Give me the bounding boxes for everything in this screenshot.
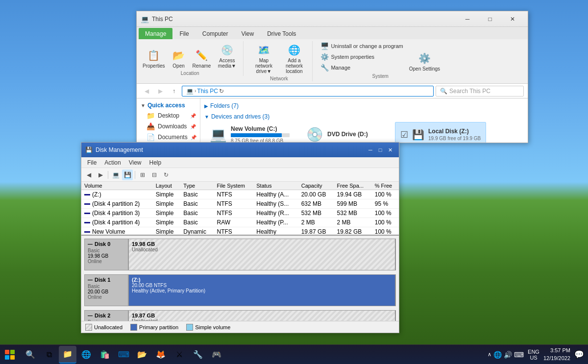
vol-fs: NTFS <box>214 190 254 199</box>
partition-unallocated[interactable]: 19.98 GB Unallocated <box>129 239 395 270</box>
vol-name: (Z:) <box>81 190 153 199</box>
col-capacity[interactable]: Capacity <box>298 182 334 190</box>
col-pct[interactable]: % Free <box>372 182 399 190</box>
ribbon-access-media-button[interactable]: 💿 Access media▼ <box>215 41 239 70</box>
devices-header[interactable]: ▼ Devices and drives (3) <box>204 113 524 120</box>
partition-primary[interactable]: (Z:) 20.00 GB NTFS Healthy (Active, Prim… <box>129 275 395 306</box>
ribbon-properties-button[interactable]: 📋 Properties <box>141 47 167 70</box>
col-status[interactable]: Status <box>253 182 298 190</box>
disk-close-button[interactable]: ✕ <box>385 145 395 155</box>
toolbar-back[interactable]: ◀ <box>83 170 94 180</box>
ribbon-group-location: 📋 Properties 📂 Open ✏️ Rename 💿 <box>141 41 244 76</box>
search-box[interactable]: 🔍 Search This PC <box>436 86 524 97</box>
toolbar-disk-active[interactable]: 💾 <box>122 170 133 180</box>
legend-primary-box <box>130 324 137 331</box>
sidebar-item-documents[interactable]: 📄 Documents 📌 <box>137 132 200 143</box>
disk-maximize-button[interactable]: □ <box>375 145 385 155</box>
taskbar-lang[interactable]: ENG US <box>528 349 539 361</box>
forward-button[interactable]: ▶ <box>154 85 166 97</box>
taskbar-clock[interactable]: 3:57 PM 12/19/2022 <box>543 347 570 362</box>
refresh-button[interactable]: ↻ <box>219 88 224 95</box>
breadcrumb-computer-icon[interactable]: 💻 <box>186 88 194 95</box>
ribbon-system-props-button[interactable]: ⚙️ System properties <box>318 52 405 62</box>
taskbar-edge[interactable]: 🌐 <box>77 346 95 364</box>
system-props-icon: ⚙️ <box>320 53 329 61</box>
taskbar-explorer[interactable]: 📁 <box>59 346 76 364</box>
taskbar-app1[interactable]: ⚔ <box>171 346 188 364</box>
ribbon-open-button[interactable]: 📂 Open <box>169 47 189 70</box>
taskbar-app2[interactable]: 🔧 <box>189 346 207 364</box>
breadcrumb-this-pc[interactable]: This PC <box>197 88 218 95</box>
col-layout[interactable]: Layout <box>153 182 181 190</box>
ribbon-open-settings-button[interactable]: ⚙️ Open Settings <box>407 49 442 73</box>
desktop-pin: 📌 <box>190 113 196 119</box>
start-button[interactable] <box>0 345 20 364</box>
map-drive-label: Map network drive▼ <box>251 58 276 74</box>
explorer-minimize-button[interactable]: ─ <box>456 11 479 27</box>
table-row[interactable]: (Disk 4 partition 4) Simple Basic RAW He… <box>81 218 399 227</box>
tray-chevron[interactable]: ∧ <box>488 351 491 358</box>
taskbar-firefox[interactable]: 🦊 <box>152 346 170 364</box>
sidebar-item-downloads[interactable]: 📥 Downloads 📌 <box>137 121 200 132</box>
notification-icon[interactable]: 💬 <box>574 350 584 359</box>
table-row[interactable]: New Volume Simple Dynamic NTFS Healthy 1… <box>81 227 399 236</box>
explorer-window-icon: 💻 <box>141 15 149 23</box>
toolbar-forward[interactable]: ▶ <box>95 170 106 180</box>
up-button[interactable]: ↑ <box>168 85 180 97</box>
ribbon-manage-button[interactable]: 🔧 Manage <box>318 63 405 73</box>
toolbar-action1[interactable]: ⊞ <box>137 170 148 180</box>
taskbar-app3[interactable]: 🎮 <box>208 346 225 364</box>
taskbar-vscode[interactable]: ⌨ <box>115 346 132 364</box>
drive-d[interactable]: 💿 DVD Drive (D:) <box>301 122 389 143</box>
drive-z[interactable]: ☑ 💾 Local Disk (Z:) 19.9 GB free of 19.9… <box>395 122 486 143</box>
toolbar-action2[interactable]: ⊟ <box>149 170 160 180</box>
partition-unallocated[interactable]: 19.87 GB Unallocated <box>129 311 395 321</box>
disk-type: Basic <box>88 319 125 321</box>
sidebar-item-desktop[interactable]: 📁 Desktop 📌 <box>137 110 200 121</box>
toolbar-computer[interactable]: 💻 <box>110 170 121 180</box>
drive-d-name: DVD Drive (D:) <box>327 131 384 138</box>
ribbon-tab-view[interactable]: View <box>235 28 260 39</box>
menu-help[interactable]: Help <box>146 158 166 167</box>
taskbar-store[interactable]: 🛍️ <box>96 346 114 364</box>
drive-c[interactable]: 💻 New Volume (C:) 8.75 GB free of 68.8 G… <box>204 122 295 143</box>
menu-view[interactable]: View <box>125 158 146 167</box>
explorer-maximize-button[interactable]: □ <box>479 11 501 27</box>
ribbon-tab-manage[interactable]: Manage <box>139 28 172 39</box>
taskbar-taskview[interactable]: ⧉ <box>40 346 58 364</box>
properties-icon: 📋 <box>146 48 162 63</box>
ribbon-group-system: 🖥️ Uninstall or change a program ⚙️ Syst… <box>318 41 446 79</box>
menu-action[interactable]: Action <box>100 158 124 167</box>
col-free[interactable]: Free Spa... <box>334 182 372 190</box>
vol-layout: Simple <box>153 209 181 218</box>
table-row[interactable]: (Z:) Simple Basic NTFS Healthy (A... 20.… <box>81 190 399 199</box>
ribbon-tab-computer[interactable]: Computer <box>196 28 235 39</box>
toolbar-action3[interactable]: ↻ <box>161 170 172 180</box>
tray-volume-icon[interactable]: 🔊 <box>504 351 512 359</box>
address-input[interactable]: 💻 › This PC ↻ <box>182 86 434 97</box>
ribbon-add-network-button[interactable]: 🌐 Add a network location <box>280 41 308 75</box>
ribbon: Manage File Computer View Drive Tools 📋 … <box>137 27 528 84</box>
col-type[interactable]: Type <box>180 182 214 190</box>
col-fs[interactable]: File System <box>214 182 254 190</box>
menu-file[interactable]: File <box>83 158 100 167</box>
sidebar-quick-access[interactable]: ▼ Quick access <box>137 100 200 110</box>
explorer-close-button[interactable]: ✕ <box>501 11 524 27</box>
ribbon-uninstall-button[interactable]: 🖥️ Uninstall or change a program <box>318 41 405 51</box>
vol-fs: NTFS <box>214 227 254 236</box>
taskbar-search[interactable]: 🔍 <box>22 346 39 364</box>
ribbon-tab-drivetools[interactable]: Drive Tools <box>261 28 302 39</box>
back-button[interactable]: ◀ <box>141 85 152 97</box>
disk-mgmt-titlebar: 💾 Disk Management ─ □ ✕ <box>81 143 399 157</box>
disk-minimize-button[interactable]: ─ <box>366 145 375 155</box>
vol-name: New Volume <box>81 227 153 236</box>
table-row[interactable]: (Disk 4 partition 3) Simple Basic NTFS H… <box>81 209 399 218</box>
ribbon-tab-file[interactable]: File <box>173 28 195 39</box>
taskbar-explorer2[interactable]: 📂 <box>133 346 151 364</box>
folders-header[interactable]: ▶ Folders (7) <box>204 102 524 109</box>
clock-time: 3:57 PM <box>543 347 570 354</box>
col-volume[interactable]: Volume <box>81 182 153 190</box>
table-row[interactable]: (Disk 4 partition 2) Simple Basic NTFS H… <box>81 199 399 209</box>
ribbon-map-drive-button[interactable]: 🗺️ Map network drive▼ <box>249 41 278 75</box>
ribbon-rename-button[interactable]: ✏️ Rename <box>191 47 213 70</box>
